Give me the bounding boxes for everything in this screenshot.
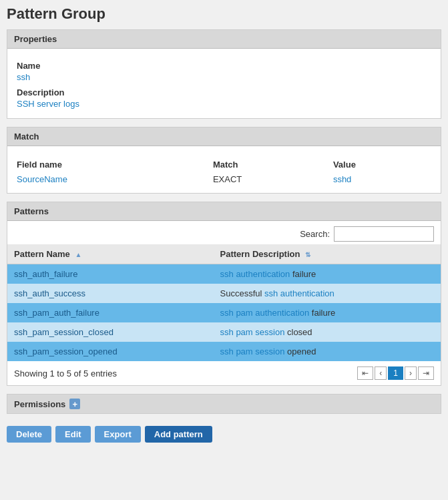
properties-section: Properties Name ssh Description SSH serv… bbox=[7, 29, 441, 119]
table-row: ssh_auth_failure ssh authentication fail… bbox=[7, 264, 441, 284]
match-col-field: Field name bbox=[17, 157, 213, 172]
prev-page-button[interactable]: ‹ bbox=[375, 366, 387, 380]
page-current: 1 bbox=[388, 366, 403, 380]
pattern-desc-cell: ssh pam session closed bbox=[214, 322, 441, 342]
permissions-header: Permissions + bbox=[7, 395, 441, 413]
pattern-name-cell[interactable]: ssh_auth_success bbox=[7, 284, 214, 303]
table-row: ssh_auth_success Successful ssh authenti… bbox=[7, 284, 441, 303]
pattern-name-cell[interactable]: ssh_pam_auth_failure bbox=[7, 303, 214, 322]
properties-header: Properties bbox=[7, 30, 441, 49]
sort-icon: ▲ bbox=[75, 251, 81, 258]
next-page-button[interactable]: › bbox=[405, 366, 417, 380]
col-pattern-desc: Pattern Description ⇅ bbox=[214, 244, 441, 264]
match-col-match: Match bbox=[213, 157, 333, 172]
first-page-button[interactable]: ⇤ bbox=[357, 366, 373, 380]
delete-button[interactable]: Delete bbox=[7, 426, 51, 443]
match-header: Match bbox=[7, 128, 441, 146]
field-cell: SourceName bbox=[17, 172, 213, 186]
description-label: Description bbox=[17, 87, 431, 97]
pattern-name-cell[interactable]: ssh_pam_session_closed bbox=[7, 322, 214, 342]
value-cell: sshd bbox=[333, 172, 431, 186]
match-col-value: Value bbox=[333, 157, 431, 172]
match-section: Match Field name Match Value SourceName … bbox=[7, 127, 441, 194]
pagination-bar: Showing 1 to 5 of 5 entries ⇤ ‹ 1 › ⇥ bbox=[7, 361, 441, 385]
pattern-desc-cell: ssh pam session opened bbox=[214, 342, 441, 361]
page-title: Pattern Group bbox=[7, 5, 441, 23]
pagination-controls[interactable]: ⇤ ‹ 1 › ⇥ bbox=[357, 366, 434, 380]
pattern-desc-cell: Successful ssh authentication bbox=[214, 284, 441, 303]
name-label: Name bbox=[17, 61, 431, 71]
sort-desc-icon: ⇅ bbox=[305, 251, 310, 258]
name-value: ssh bbox=[17, 72, 431, 82]
table-row: ssh_pam_session_opened ssh pam session o… bbox=[7, 342, 441, 361]
pattern-name-cell[interactable]: ssh_pam_session_opened bbox=[7, 342, 214, 361]
match-table: Field name Match Value SourceName EXACT … bbox=[17, 157, 431, 186]
col-pattern-name[interactable]: Pattern Name ▲ bbox=[7, 244, 214, 264]
showing-text: Showing 1 to 5 of 5 entries bbox=[14, 368, 117, 379]
edit-button[interactable]: Edit bbox=[55, 426, 91, 443]
pattern-name-cell[interactable]: ssh_auth_failure bbox=[7, 264, 214, 284]
permissions-section: Permissions + bbox=[7, 394, 441, 414]
match-cell: EXACT bbox=[213, 172, 333, 186]
export-button[interactable]: Export bbox=[95, 426, 141, 443]
pattern-desc-cell: ssh pam authentication failure bbox=[214, 303, 441, 322]
patterns-table: Pattern Name ▲ Pattern Description ⇅ ssh… bbox=[7, 244, 441, 361]
last-page-button[interactable]: ⇥ bbox=[418, 366, 434, 380]
permissions-expand-icon[interactable]: + bbox=[69, 399, 80, 409]
table-row: ssh_pam_session_closed ssh pam session c… bbox=[7, 322, 441, 342]
search-label: Search: bbox=[300, 229, 330, 239]
pattern-desc-cell: ssh authentication failure bbox=[214, 264, 441, 284]
table-row: SourceName EXACT sshd bbox=[17, 172, 431, 186]
footer-buttons: Delete Edit Export Add pattern bbox=[7, 422, 441, 447]
add-pattern-button[interactable]: Add pattern bbox=[145, 426, 212, 443]
table-row: ssh_pam_auth_failure ssh pam authenticat… bbox=[7, 303, 441, 322]
description-value: SSH server logs bbox=[17, 99, 431, 109]
patterns-header: Patterns bbox=[7, 202, 441, 221]
search-input[interactable] bbox=[334, 226, 434, 242]
patterns-section: Patterns Search: Pattern Name ▲ Pattern … bbox=[7, 202, 441, 386]
